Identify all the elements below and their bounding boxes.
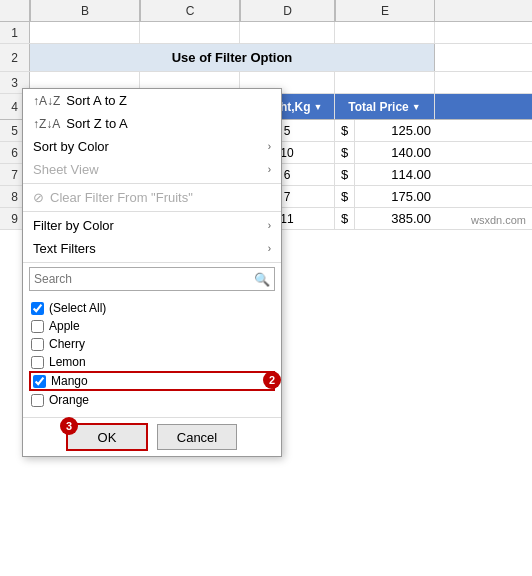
text-filters-item[interactable]: Text Filters › [23,237,281,260]
text-filters-arrow: › [268,243,271,254]
lemon-checkbox[interactable] [31,356,44,369]
dollar-sign-5: $ [335,120,355,141]
cell-e8: $ 175.00 [335,186,435,207]
apple-checkbox[interactable] [31,320,44,333]
orange-item[interactable]: Orange [29,391,275,409]
sort-color-arrow: › [268,141,271,152]
sheet-view-label: Sheet View [33,162,99,177]
dollar-val-9: 385.00 [355,208,435,229]
sort-za-icon: ↑Z↓A [33,117,60,131]
search-box[interactable]: 🔍 [29,267,275,291]
checkbox-list: (Select All) Apple Cherry Lemon Mango 2 [23,295,281,413]
corner-cell [0,0,30,21]
filter-color-item[interactable]: Filter by Color › [23,214,281,237]
divider-1 [23,183,281,184]
col-header-d: D [240,0,335,21]
title-text: Use of Filter Option [172,50,293,65]
cell-c1 [140,22,240,43]
search-icon: 🔍 [254,272,270,287]
cell-b1 [30,22,140,43]
divider-3 [23,262,281,263]
row-num-1: 1 [0,22,30,43]
mango-item[interactable]: Mango 2 [29,371,275,391]
cell-e5: $ 125.00 [335,120,435,141]
badge-3: 3 [60,417,78,435]
watermark: wsxdn.com [471,214,526,226]
cell-e9: $ 385.00 [335,208,435,229]
clear-filter-label: Clear Filter From "Fruits" [50,190,193,205]
cherry-item[interactable]: Cherry [29,335,275,353]
filter-color-label: Filter by Color [33,218,114,233]
search-input[interactable] [34,272,254,286]
row-num-2: 2 [0,44,30,71]
dollar-val-8: 175.00 [355,186,435,207]
orange-label: Orange [49,393,89,407]
dollar-sign-8: $ [335,186,355,207]
lemon-item[interactable]: Lemon [29,353,275,371]
cell-e1 [335,22,435,43]
select-all-checkbox[interactable] [31,302,44,315]
cell-e6: $ 140.00 [335,142,435,163]
ok-label: OK [98,430,117,445]
sheet-view-item: Sheet View › [23,158,281,181]
lemon-label: Lemon [49,355,86,369]
dollar-val-7: 114.00 [355,164,435,185]
sort-color-label: Sort by Color [33,139,109,154]
title-cell: Use of Filter Option [30,44,435,71]
clear-filter-icon: ⊘ [33,190,44,205]
badge-2: 2 [263,371,281,389]
select-all-label: (Select All) [49,301,106,315]
apple-label: Apple [49,319,80,333]
row-2: 2 Use of Filter Option [0,44,532,72]
dollar-val-6: 140.00 [355,142,435,163]
dollar-sign-6: $ [335,142,355,163]
col-header-c: C [140,0,240,21]
cherry-label: Cherry [49,337,85,351]
spreadsheet-area: B C D E 1 2 Use of Filter Option 3 4 1 F… [0,0,532,230]
total-price-header[interactable]: Total Price ▼ [335,94,435,119]
clear-filter-item: ⊘ Clear Filter From "Fruits" [23,186,281,209]
orange-checkbox[interactable] [31,394,44,407]
filter-color-arrow: › [268,220,271,231]
divider-2 [23,211,281,212]
sheet-view-arrow: › [268,164,271,175]
weight-dropdown-arrow[interactable]: ▼ [314,102,323,112]
cell-e3 [335,72,435,93]
sort-za-label: Sort Z to A [66,116,127,131]
text-filters-label: Text Filters [33,241,96,256]
sort-az-label: Sort A to Z [66,93,127,108]
sort-az-icon: ↑A↓Z [33,94,60,108]
dollar-sign-7: $ [335,164,355,185]
col-header-e: E [335,0,435,21]
cell-e7: $ 114.00 [335,164,435,185]
sort-az-item[interactable]: ↑A↓Z Sort A to Z [23,89,281,112]
cell-d1 [240,22,335,43]
select-all-item[interactable]: (Select All) [29,299,275,317]
dollar-sign-9: $ [335,208,355,229]
total-price-label: Total Price [348,100,408,114]
filter-dropdown-menu: ↑A↓Z Sort A to Z ↑Z↓A Sort Z to A Sort b… [22,88,282,457]
total-price-dropdown-arrow[interactable]: ▼ [412,102,421,112]
sort-color-item[interactable]: Sort by Color › [23,135,281,158]
ok-button[interactable]: 3 OK [67,424,147,450]
mango-checkbox[interactable] [33,375,46,388]
sort-za-item[interactable]: ↑Z↓A Sort Z to A [23,112,281,135]
apple-item[interactable]: Apple [29,317,275,335]
cancel-label: Cancel [177,430,217,445]
menu-buttons: 3 OK Cancel [23,417,281,456]
cancel-button[interactable]: Cancel [157,424,237,450]
col-header-b: B [30,0,140,21]
row-1: 1 [0,22,532,44]
dollar-val-5: 125.00 [355,120,435,141]
cherry-checkbox[interactable] [31,338,44,351]
mango-label: Mango [51,374,88,388]
